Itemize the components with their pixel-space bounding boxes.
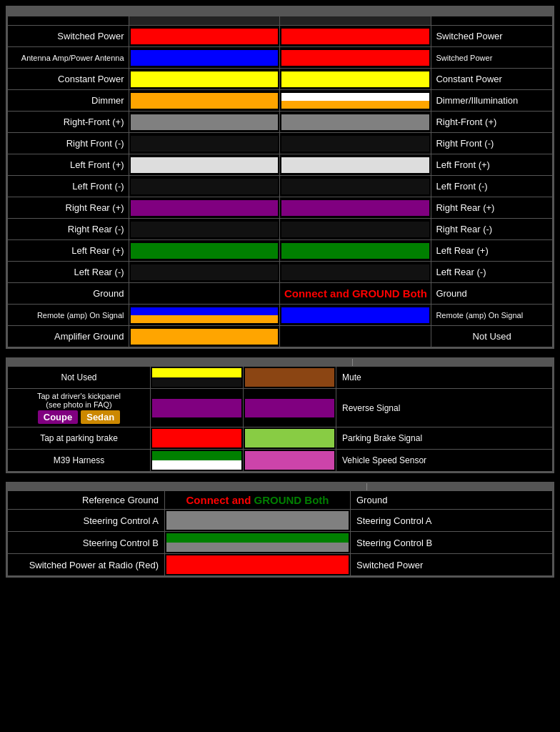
other-left-2: Tap at parking brake [8, 427, 151, 450]
other-connections-header [7, 359, 353, 366]
pioneer-wire-0 [151, 367, 244, 389]
other-row-1: Tap at driver's kickpanel(see photo in F… [8, 389, 553, 427]
steering-header [7, 483, 367, 490]
table-row: GroundConnect and GROUND BothGround [8, 283, 553, 305]
aswc-wire-1 [165, 510, 351, 532]
kenwood-wire-3 [244, 450, 336, 472]
steering-left-0: Reference Ground [8, 491, 165, 510]
section-other-connections: Not UsedMuteTap at driver's kickpanel(se… [6, 357, 554, 473]
metra-wire-6 [129, 154, 280, 176]
headunit-wire-9 [280, 219, 431, 240]
headunit-wire-6 [280, 154, 431, 176]
steering-row-2: Steering Control BSteering Control B [8, 532, 553, 554]
other-row-3: M39 HarnessVehicle Speed Sensor [8, 450, 553, 472]
metra-wire-3 [129, 90, 280, 112]
table-row: Amplifier GroundNot Used [8, 326, 553, 347]
headunit-wire-2 [280, 69, 431, 90]
kenwood-wire-0 [244, 367, 336, 389]
kenwood-wire-2 [244, 427, 336, 450]
page: Switched PowerSwitched PowerAntenna Amp/… [0, 0, 560, 583]
row-label-right-0: Switched Power [431, 26, 553, 47]
row-label-right-12: Ground [431, 283, 553, 305]
table-row: Left Rear (+)Left Rear (+) [8, 240, 553, 262]
headunit-wire-1 [280, 47, 431, 69]
table-row: Left Front (+)Left Front (+) [8, 154, 553, 176]
other-right-0: Mute [336, 367, 553, 389]
metra-wire-11 [129, 262, 280, 283]
other-right-2: Parking Brake Signal [336, 427, 553, 450]
steering-right-3: Switched Power [351, 554, 553, 576]
metra-wire-8 [129, 197, 280, 219]
other-connections-table: Not UsedMuteTap at driver's kickpanel(se… [7, 366, 553, 472]
other-right-3: Vehicle Speed Sensor [336, 450, 553, 472]
badge-coupe: Coupe [38, 410, 78, 424]
table-row: Right Front (-)Right Front (-) [8, 133, 553, 154]
row-label-right-8: Right Rear (+) [431, 197, 553, 219]
metra-wire-10 [129, 240, 280, 262]
other-left-1: Tap at driver's kickpanel(see photo in F… [8, 389, 151, 427]
steering-left-1: Steering Control A [8, 510, 165, 532]
steering-left-2: Steering Control B [8, 532, 165, 554]
headunit-wire-10 [280, 240, 431, 262]
th-empty-left [8, 16, 129, 26]
steering-right-0: Ground [351, 491, 553, 510]
table-row: Antenna Amp/Power AntennaSwitched Power [8, 47, 553, 69]
metra-wire-14 [129, 326, 280, 347]
table-row: Right Rear (-)Right Rear (-) [8, 219, 553, 240]
other-right-1: Reverse Signal [336, 389, 553, 427]
table-row: Right-Front (+)Right-Front (+) [8, 112, 553, 133]
section-non-bose-header [7, 7, 553, 16]
row-label-left-0: Switched Power [8, 26, 129, 47]
row-label-left-14: Amplifier Ground [8, 326, 129, 347]
row-label-right-5: Right Front (-) [431, 133, 553, 154]
metra-wire-2 [129, 69, 280, 90]
row-label-left-7: Left Front (-) [8, 176, 129, 197]
connect-ground-text: Connect and GROUND Both [284, 287, 427, 300]
other-left-3: M39 Harness [8, 450, 151, 472]
row-label-right-1: Switched Power [431, 47, 553, 69]
metra-wire-7 [129, 176, 280, 197]
row-label-right-14: Not Used [431, 326, 553, 347]
row-label-right-10: Left Rear (+) [431, 240, 553, 262]
section-steering: Reference GroundConnect and GROUND BothG… [6, 482, 554, 578]
kenwood-wire-1 [244, 389, 336, 427]
th-metra [129, 16, 280, 26]
row-label-left-5: Right Front (-) [8, 133, 129, 154]
headunit-wire-14 [280, 326, 431, 347]
steering-right-2: Steering Control B [351, 532, 553, 554]
headunit-wire-3 [280, 90, 431, 112]
other-left-0: Not Used [8, 367, 151, 389]
pioneer-wire-3 [151, 450, 244, 472]
row-label-left-8: Right Rear (+) [8, 197, 129, 219]
row-label-right-7: Left Front (-) [431, 176, 553, 197]
table-row: Switched PowerSwitched Power [8, 26, 553, 47]
table-row: Left Front (-)Left Front (-) [8, 176, 553, 197]
other-row-0: Not UsedMute [8, 367, 553, 389]
table-row: Constant PowerConstant Power [8, 69, 553, 90]
pioneer-kenwood-header [353, 359, 553, 366]
headunit-wire-5 [280, 133, 431, 154]
metra-wire-13 [129, 305, 280, 326]
row-label-left-3: Dimmer [8, 90, 129, 112]
table-row: Left Rear (-)Left Rear (-) [8, 262, 553, 283]
row-label-right-2: Constant Power [431, 69, 553, 90]
row-label-right-3: Dimmer/Illumination [431, 90, 553, 112]
steering-table: Reference GroundConnect and GROUND BothG… [7, 490, 553, 576]
headunit-wire-12: Connect and GROUND Both [280, 283, 431, 305]
row-label-right-6: Left Front (+) [431, 154, 553, 176]
steering-row-0: Reference GroundConnect and GROUND BothG… [8, 491, 553, 510]
metra-wire-4 [129, 112, 280, 133]
row-label-left-9: Right Rear (-) [8, 219, 129, 240]
section-non-bose: Switched PowerSwitched PowerAntenna Amp/… [6, 6, 554, 349]
steering-left-3: Switched Power at Radio (Red) [8, 554, 165, 576]
headunit-wire-8 [280, 197, 431, 219]
th-headunit [280, 16, 431, 26]
row-label-right-9: Right Rear (-) [431, 219, 553, 240]
aswc-header [367, 483, 553, 490]
row-label-left-10: Left Rear (+) [8, 240, 129, 262]
table-row: Remote (amp) On SignalRemote (amp) On Si… [8, 305, 553, 326]
row-label-left-6: Left Front (+) [8, 154, 129, 176]
row-label-left-4: Right-Front (+) [8, 112, 129, 133]
headunit-wire-4 [280, 112, 431, 133]
aswc-wire-0: Connect and GROUND Both [165, 491, 351, 510]
